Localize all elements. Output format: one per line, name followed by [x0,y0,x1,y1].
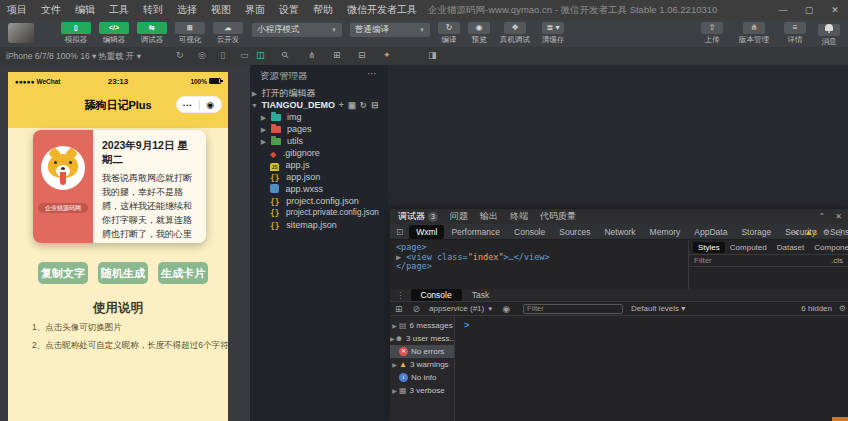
search-icon[interactable]: ⚲ [279,49,291,61]
tab-debugger[interactable]: 调试器3 [398,210,438,223]
tab-network[interactable]: Network [597,225,642,239]
capsule-menu[interactable]: ••• ◉ [176,96,222,113]
eye-icon[interactable]: ◉ [497,304,515,314]
tab-dataset[interactable]: Dataset [772,242,810,253]
console-output[interactable]: > [456,316,848,421]
tab-terminal[interactable]: 终端 [510,210,528,223]
minimize-app-icon[interactable]: ◉ [200,100,222,110]
target-icon[interactable]: ◎ [198,50,206,60]
debugger-button[interactable]: ⇆ 调试器 [134,22,170,45]
tab-performance[interactable]: Performance [444,225,507,239]
device-debug-button[interactable]: ❖ 真机调试 [496,22,534,45]
filter-errors[interactable]: ✕No errors [390,345,454,358]
open-editors-section[interactable]: ▶ 打开的编辑器 [250,87,388,99]
menu-file[interactable]: 文件 [34,0,68,20]
kebab-menu-icon[interactable]: ⋮ [836,228,844,237]
tab-component-data[interactable]: Component Data [809,242,848,253]
file-app-json[interactable]: {} app.json [250,171,388,183]
device-select[interactable]: iPhone 6/7/8 100% 16 ▾ [6,51,96,61]
visualize-button[interactable]: ⊞ 可视化 [172,22,208,45]
menu-help[interactable]: 帮助 [306,0,340,20]
tab-memory[interactable]: Memory [643,225,688,239]
clear-console-icon[interactable]: ⊘ [408,304,426,314]
nickname-badge[interactable]: 企业猫源码网 [38,203,88,213]
menu-tools[interactable]: 工具 [102,0,136,20]
file-project-private-config[interactable]: {} project.private.config.json [250,207,388,219]
copy-text-button[interactable]: 复制文字 [38,262,88,284]
folder-utils[interactable]: ▶ utils [250,135,388,147]
close-panel-icon[interactable]: ✕ [835,209,842,224]
file-app-js[interactable]: JS app.js [250,159,388,171]
menu-interface[interactable]: 界面 [238,0,272,20]
menu-view[interactable]: 视图 [204,0,238,20]
upload-button[interactable]: ⇧ 上传 [698,22,726,47]
file-sitemap-json[interactable]: {} sitemap.json [250,219,388,231]
cls-toggle[interactable]: .cls [831,256,843,265]
editor-button[interactable]: </> 编辑器 [96,22,132,45]
more-icon[interactable]: ••• [177,102,199,108]
version-control-button[interactable]: ⋔ 版本管理 [734,22,774,47]
settings-gear-icon[interactable]: ⚙ [823,228,830,237]
wxml-tree[interactable]: <page> ▶ <view class="index">…</view> </… [390,240,688,289]
levels-select[interactable]: Default levels ▾ [631,304,685,313]
menu-project[interactable]: 项目 [0,0,34,20]
filter-all-messages[interactable]: ▶▤6 messages [390,319,454,332]
mode-select[interactable]: 小程序模式▼ [252,23,342,37]
refresh-icon[interactable]: ↻ [360,100,371,110]
collapse-panel-icon[interactable]: ⌃ [819,209,826,224]
hand-tool-icon[interactable]: ✦ [383,50,391,60]
user-avatar[interactable] [8,23,34,43]
project-root[interactable]: ▼ TIANGOU_DEMO +▣↻⊟ [250,99,388,111]
generate-card-button[interactable]: 生成卡片 [158,262,208,284]
new-folder-icon[interactable]: ▣ [348,100,360,110]
tab-computed[interactable]: Computed [725,242,772,253]
dock-icon[interactable]: ⊡ [390,227,409,237]
file-app-wxss[interactable]: app.wxss [250,183,388,195]
tab-problems[interactable]: 问题 [450,210,468,223]
console-sidebar-toggle-icon[interactable]: ⊞ [390,304,408,314]
menu-select[interactable]: 选择 [170,0,204,20]
tab-wxml[interactable]: Wxml [409,225,444,239]
rotate-icon[interactable]: ↻ [176,50,184,60]
collapse-all-icon[interactable]: ⊟ [371,100,382,110]
maximize-button[interactable]: ▢ [796,0,822,20]
tab-code-quality[interactable]: 代码质量 [540,210,576,223]
panel-toggle-icon[interactable]: ◨ [428,50,437,60]
console-filter-input[interactable] [523,304,623,314]
filter-verbose[interactable]: ▶▦3 verbose [390,384,454,397]
folder-pages[interactable]: ▶ pages [250,123,388,135]
random-generate-button[interactable]: 随机生成 [98,262,148,284]
close-button[interactable]: ✕ [822,0,848,20]
menu-edit[interactable]: 编辑 [68,0,102,20]
hot-reload-toggle[interactable]: 热重载 开 ▾ [98,51,141,63]
minimize-button[interactable]: — [770,0,796,20]
tab-appdata[interactable]: AppData [687,225,734,239]
menu-devtools[interactable]: 微信开发者工具 [340,0,424,20]
phone-frame-icon[interactable]: ▯ [220,50,225,60]
preview-button[interactable]: ◉ 预览 [466,22,492,45]
clear-cache-button[interactable]: ≣ ▾ 清缓存 [538,22,568,45]
menu-settings[interactable]: 设置 [272,0,306,20]
tab-storage[interactable]: Storage [734,225,778,239]
tab-overflow-icon[interactable]: » [794,228,798,237]
simulator-button[interactable]: ▯ 模拟器 [58,22,94,45]
compile-mode-select[interactable]: 普通编译▼ [350,23,430,37]
tab-sources[interactable]: Sources [552,225,597,239]
console-settings-icon[interactable]: ⚙ [839,304,846,313]
dog-avatar[interactable] [41,146,85,190]
window-mode-icon[interactable]: ▭ [240,50,249,60]
tab-styles[interactable]: Styles [693,242,725,253]
messages-button[interactable]: 消息 [816,22,842,47]
cloud-dev-button[interactable]: ☁ 云开发 [210,22,246,45]
explorer-activity-icon[interactable]: ◫ [256,50,265,60]
tab-console[interactable]: Console [507,225,552,239]
folder-img[interactable]: ▶ img [250,111,388,123]
context-select[interactable]: appservice (#1)▼ [425,304,497,313]
filter-user-messages[interactable]: ▶☻3 user mess... [390,332,454,345]
filter-info[interactable]: iNo info [390,371,454,384]
tab-task-panel[interactable]: Task [462,289,499,301]
filter-warnings[interactable]: ▶▲3 warnings [390,358,454,371]
more-actions-icon[interactable]: ⋯ [367,68,378,79]
tab-console-panel[interactable]: Console [411,289,462,301]
styles-filter[interactable]: Filter [694,256,712,265]
